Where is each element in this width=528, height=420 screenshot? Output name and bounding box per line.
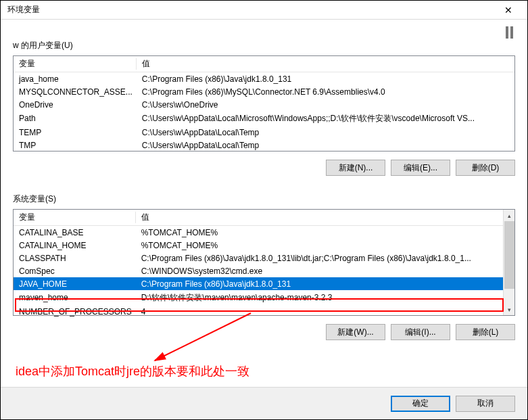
user-vars-listbox[interactable]: 变量 值 java_homeC:\Program Files (x86)\Jav… — [13, 55, 515, 151]
table-row[interactable]: java_homeC:\Program Files (x86)\Java\jdk… — [14, 72, 514, 86]
table-row[interactable]: TMPC:\Users\w\AppData\Local\Temp — [14, 139, 514, 151]
col-header-value[interactable]: 值 — [136, 210, 503, 226]
table-row[interactable]: CATALINA_BASE%TOMCAT_HOME% — [14, 226, 503, 239]
table-row[interactable]: ComSpecC:\WINDOWS\system32\cmd.exe — [14, 264, 503, 277]
system-edit-button[interactable]: 编辑(I)... — [391, 324, 450, 340]
user-new-button[interactable]: 新建(N)... — [326, 160, 385, 176]
title-bar: 环境变量 ✕ — [1, 1, 527, 20]
table-row[interactable]: MYSQLCONNECTOR_ASSE...C:\Program Files (… — [14, 85, 514, 98]
system-delete-button[interactable]: 删除(L) — [456, 324, 515, 340]
ok-button[interactable]: 确定 — [391, 396, 450, 412]
user-delete-button[interactable]: 删除(D) — [456, 160, 515, 176]
scroll-thumb[interactable] — [504, 221, 514, 289]
system-vars-header: 变量 值 — [14, 210, 503, 226]
table-row[interactable]: CLASSPATHC:\Program Files (x86)\Java\jdk… — [14, 252, 503, 264]
table-row[interactable]: PathC:\Users\w\AppData\Local\Microsoft\W… — [14, 111, 514, 126]
close-button[interactable]: ✕ — [493, 1, 523, 19]
dialog-button-bar: 确定 取消 — [1, 387, 527, 419]
table-row[interactable]: maven_homeD:\软件\软件安装\maven\maven\apache-… — [14, 290, 503, 305]
table-row[interactable]: NUMBER_OF_PROCESSORS4 — [14, 305, 503, 318]
system-vars-listbox[interactable]: 变量 值 CATALINA_BASE%TOMCAT_HOME% CATALINA… — [13, 209, 515, 316]
window-title: 环境变量 — [7, 4, 493, 16]
col-header-value[interactable]: 值 — [137, 56, 514, 72]
col-header-name[interactable]: 变量 — [14, 210, 136, 226]
col-header-name[interactable]: 变量 — [14, 56, 137, 72]
system-new-button[interactable]: 新建(W)... — [326, 324, 385, 340]
table-row[interactable]: TEMPC:\Users\w\AppData\Local\Temp — [14, 126, 514, 139]
user-edit-button[interactable]: 编辑(E)... — [391, 160, 450, 176]
user-vars-label: w 的用户变量(U) — [13, 40, 515, 51]
user-vars-header: 变量 值 — [14, 56, 514, 72]
scrollbar-vertical[interactable]: ▴ ▾ — [503, 210, 514, 315]
system-vars-label: 系统变量(S) — [13, 193, 515, 205]
scroll-up-icon[interactable]: ▴ — [504, 210, 514, 221]
table-row-selected[interactable]: JAVA_HOMEC:\Program Files (x86)\Java\jdk… — [14, 277, 503, 290]
system-vars-buttons: 新建(W)... 编辑(I)... 删除(L) — [13, 324, 515, 340]
annotation-text: idea中添加Tomcat时jre的版本要和此处一致 — [16, 363, 249, 379]
table-row[interactable]: OneDriveC:\Users\w\OneDrive — [14, 98, 514, 111]
table-row[interactable]: CATALINA_HOME%TOMCAT_HOME% — [14, 239, 503, 252]
scroll-down-icon[interactable]: ▾ — [504, 304, 514, 315]
user-vars-buttons: 新建(N)... 编辑(E)... 删除(D) — [13, 160, 515, 176]
decoration-notch — [506, 26, 515, 39]
cancel-button[interactable]: 取消 — [456, 396, 515, 412]
